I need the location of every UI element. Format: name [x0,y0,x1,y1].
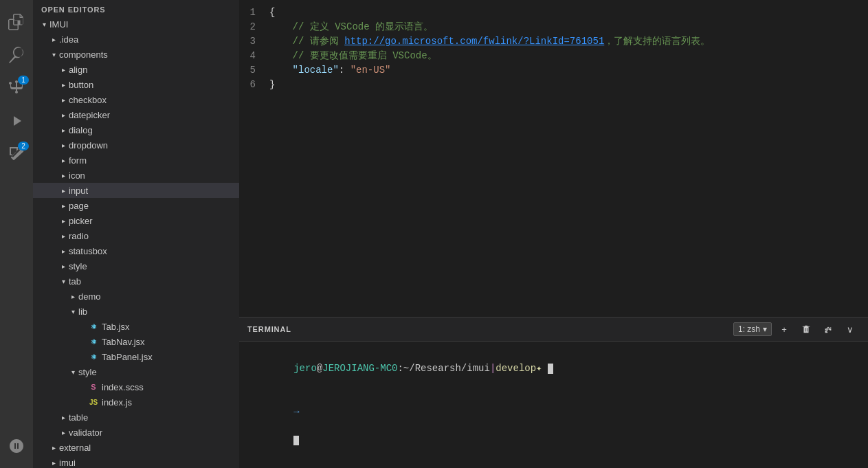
tree-item-imui[interactable]: imui [33,455,239,468]
run-icon[interactable] [0,104,33,137]
tree-label: .idea [59,34,78,45]
line-number: 1 [239,5,256,20]
tree-arrow [48,442,59,453]
tree-arrow [58,412,69,423]
tree-item-external[interactable]: external [33,440,239,455]
extensions-icon[interactable]: 2 [0,137,33,170]
tree-arrow [48,34,59,45]
tree-label: radio [69,231,89,241]
tree-item-tabpanel.jsx[interactable]: ⚛TabPanel.jsx [33,349,239,364]
terminal-trash-button[interactable] [797,322,816,337]
tree-label: style [78,367,97,377]
section-title-open-editors: OPEN EDITORS [33,0,239,16]
tree-item-components[interactable]: components [33,47,239,62]
tree-item-checkbox[interactable]: checkbox [33,92,239,107]
tree-item-button[interactable]: button [33,77,239,92]
code-content[interactable]: { // 定义 VSCode 的显示语言。 // 请参阅 http://go.m… [267,5,868,311]
file-icon-jsx: ⚛ [88,336,99,347]
search-icon[interactable] [0,38,33,71]
remote-icon[interactable] [0,430,33,463]
tree-label: lib [78,307,87,317]
tree-item-statusbox[interactable]: statusbox [33,243,239,258]
line-number: 5 [239,63,256,78]
tree-label: form [69,155,87,166]
tree-arrow [48,457,59,468]
terminal-path: ~/Researsh/imui [403,363,490,374]
main-content: 123456 { // 定义 VSCode 的显示语言。 // 请参阅 http… [239,0,868,468]
tree-item-imui[interactable]: IMUI [33,16,239,32]
terminal-shell-label: 1: zsh [738,324,760,334]
activity-bar: 1 2 [0,0,33,468]
tree-label: statusbox [69,246,107,256]
terminal-title: TERMINAL [247,325,733,333]
tree-item-dropdown[interactable]: dropdown [33,137,239,153]
line-number: 6 [239,78,256,92]
tree-item-tabnav.jsx[interactable]: ⚛TabNav.jsx [33,334,239,349]
tree-arrow [58,124,69,135]
tree-label: IMUI [49,19,68,30]
terminal-controls: 1: zsh ▾ + ∨ [733,322,860,337]
files-icon[interactable] [0,5,33,38]
tree-arrow [38,19,49,30]
tree-arrow [58,230,69,241]
line-number: 4 [239,49,256,63]
tree-label: align [69,65,87,75]
tree-arrow [58,185,69,196]
terminal-maximize-button[interactable] [819,322,838,337]
terminal-user: jero [293,363,317,374]
terminal-header: TERMINAL 1: zsh ▾ + ∨ [239,317,868,342]
file-tree: IMUI.ideacomponentsalignbuttoncheckboxda… [33,16,239,468]
terminal-body[interactable]: jero@JEROJIANG-MC0:~/Researsh/imui|devel… [239,342,868,468]
terminal-add-button[interactable]: + [775,322,794,337]
tree-item-tab[interactable]: tab [33,274,239,289]
tree-arrow [67,291,78,302]
tree-item-lib[interactable]: lib [33,304,239,319]
tree-item-datepicker[interactable]: datepicker [33,107,239,122]
code-line: } [269,78,868,92]
tree-label: input [69,186,88,196]
tree-label: validator [69,427,102,438]
tree-arrow [58,276,69,287]
tree-label: checkbox [69,95,107,105]
tree-item-page[interactable]: page [33,198,239,213]
terminal-shell-chevron-icon: ▾ [763,324,767,334]
terminal-branch: develop [496,363,536,374]
tree-item-picker[interactable]: picker [33,213,239,228]
file-icon-jsx: ⚛ [88,321,99,332]
code-line: // 请参阅 http://go.microsoft.com/fwlink/?L… [269,34,868,49]
tree-item-.idea[interactable]: .idea [33,32,239,47]
tree-label: index.scss [102,382,144,392]
tree-item-dialog[interactable]: dialog [33,122,239,137]
tree-label: external [59,443,91,453]
tree-item-form[interactable]: form [33,153,239,168]
tree-item-style[interactable]: style [33,258,239,274]
tree-item-radio[interactable]: radio [33,228,239,243]
tree-arrow [58,427,69,438]
terminal-input-cursor [293,436,299,445]
tree-item-tab.jsx[interactable]: ⚛Tab.jsx [33,319,239,334]
terminal-shell-dropdown[interactable]: 1: zsh ▾ [733,322,772,336]
source-control-icon[interactable]: 1 [0,71,33,104]
file-icon-jsx: ⚛ [88,351,99,362]
tree-arrow [58,155,69,166]
line-numbers: 123456 [239,5,267,311]
terminal-panel: TERMINAL 1: zsh ▾ + ∨ jero@JEROJIANG-MC0… [239,317,868,468]
tree-item-icon[interactable]: icon [33,168,239,183]
tree-item-table[interactable]: table [33,410,239,425]
tree-item-demo[interactable]: demo [33,289,239,304]
tree-item-style[interactable]: style [33,364,239,379]
terminal-arrow: → [293,406,299,417]
tree-label: TabPanel.jsx [102,352,153,362]
line-number: 3 [239,34,256,49]
tree-arrow [58,215,69,226]
tree-arrow [58,245,69,256]
code-line: // 定义 VSCode 的显示语言。 [269,20,868,34]
tree-item-align[interactable]: align [33,62,239,77]
tree-item-validator[interactable]: validator [33,425,239,440]
tree-arrow [67,306,78,317]
tree-label: page [69,201,89,211]
terminal-chevron-down-button[interactable]: ∨ [841,322,860,337]
tree-item-index.js[interactable]: JSindex.js [33,394,239,410]
tree-item-index.scss[interactable]: Sindex.scss [33,379,239,394]
tree-item-input[interactable]: input [33,183,239,198]
